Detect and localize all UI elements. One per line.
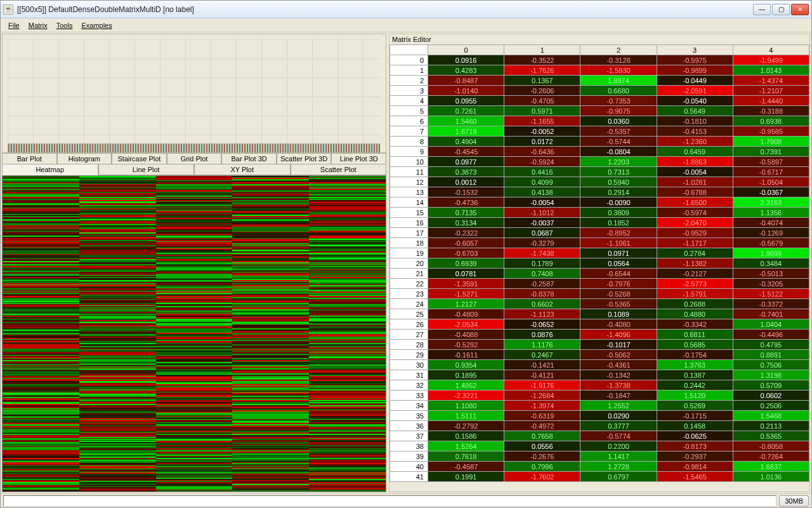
cell-22-2[interactable]: -0.7976 xyxy=(580,279,657,289)
cell-24-3[interactable]: 0.2688 xyxy=(657,299,733,309)
row-header-15[interactable]: 15 xyxy=(390,208,428,218)
cell-24-1[interactable]: 0.6602 xyxy=(504,299,580,309)
col-header-4[interactable]: 4 xyxy=(733,45,809,55)
cell-9-3[interactable]: 0.6459 xyxy=(657,147,733,157)
cell-31-1[interactable]: -0.4121 xyxy=(504,370,580,380)
row-header-36[interactable]: 36 xyxy=(390,421,428,431)
cell-28-4[interactable]: 0.4795 xyxy=(733,340,809,350)
cell-19-0[interactable]: -0.6703 xyxy=(428,248,504,258)
cell-15-4[interactable]: 1.1356 xyxy=(733,208,809,218)
cell-41-3[interactable]: -1.5465 xyxy=(657,472,733,482)
minimize-button[interactable]: — xyxy=(753,4,771,15)
cell-28-3[interactable]: 0.5685 xyxy=(657,340,733,350)
cell-12-1[interactable]: 0.4099 xyxy=(504,177,580,187)
cell-6-1[interactable]: -1.1655 xyxy=(504,116,580,126)
cell-12-0[interactable]: 0.0012 xyxy=(428,177,504,187)
cell-3-0[interactable]: -1.0140 xyxy=(428,86,504,96)
cell-13-4[interactable]: -0.0367 xyxy=(733,187,809,197)
cell-34-2[interactable]: 1.2552 xyxy=(580,401,657,411)
cell-6-2[interactable]: 0.0360 xyxy=(580,116,657,126)
cell-40-4[interactable]: 1.6837 xyxy=(733,462,809,472)
cell-38-2[interactable]: 0.2200 xyxy=(580,441,657,451)
cell-17-3[interactable]: -0.9529 xyxy=(657,228,733,238)
cell-12-4[interactable]: -1.0504 xyxy=(733,177,809,187)
cell-2-1[interactable]: 0.1367 xyxy=(504,76,580,86)
cell-16-3[interactable]: -2.0470 xyxy=(657,218,733,228)
cell-14-2[interactable]: -0.0090 xyxy=(580,197,657,208)
cell-5-0[interactable]: 0.7261 xyxy=(428,106,504,116)
cell-18-3[interactable]: -1.1717 xyxy=(657,238,733,248)
cell-0-3[interactable]: -0.5975 xyxy=(657,55,733,65)
cell-19-3[interactable]: 0.2784 xyxy=(657,248,733,258)
cell-13-1[interactable]: 0.4138 xyxy=(504,187,580,197)
cell-23-4[interactable]: -1.5122 xyxy=(733,289,809,299)
row-header-21[interactable]: 21 xyxy=(390,269,428,279)
cell-7-1[interactable]: -0.0052 xyxy=(504,126,580,137)
cell-10-0[interactable]: 0.0977 xyxy=(428,157,504,167)
cell-32-0[interactable]: 1.4862 xyxy=(428,380,504,391)
cell-30-2[interactable]: -0.4361 xyxy=(580,360,657,370)
cell-29-1[interactable]: 0.2467 xyxy=(504,350,580,360)
cell-31-3[interactable]: 0.1387 xyxy=(657,370,733,380)
cell-9-4[interactable]: 0.7391 xyxy=(733,147,809,157)
cell-20-2[interactable]: 0.0564 xyxy=(580,258,657,269)
cell-31-4[interactable]: 1.3198 xyxy=(733,370,809,380)
cell-13-2[interactable]: 0.2914 xyxy=(580,187,657,197)
cell-37-0[interactable]: 0.1586 xyxy=(428,431,504,441)
cell-34-3[interactable]: 0.5269 xyxy=(657,401,733,411)
menu-examples[interactable]: Examples xyxy=(77,20,115,30)
cell-3-4[interactable]: -1.2107 xyxy=(733,86,809,96)
cell-36-1[interactable]: -0.4972 xyxy=(504,421,580,431)
cell-4-3[interactable]: -0.0540 xyxy=(657,96,733,106)
cell-35-1[interactable]: -0.6319 xyxy=(504,411,580,421)
row-header-31[interactable]: 31 xyxy=(390,370,428,380)
row-header-2[interactable]: 2 xyxy=(390,76,428,86)
cell-4-0[interactable]: 0.0955 xyxy=(428,96,504,106)
row-header-39[interactable]: 39 xyxy=(390,451,428,462)
cell-41-2[interactable]: 0.6797 xyxy=(580,472,657,482)
row-header-22[interactable]: 22 xyxy=(390,279,428,289)
cell-32-2[interactable]: -1.3738 xyxy=(580,380,657,391)
cell-21-1[interactable]: 0.7408 xyxy=(504,269,580,279)
cell-10-1[interactable]: -0.5924 xyxy=(504,157,580,167)
cell-1-4[interactable]: 1.0143 xyxy=(733,65,809,76)
row-header-33[interactable]: 33 xyxy=(390,391,428,401)
cell-25-1[interactable]: -1.1123 xyxy=(504,309,580,319)
heatmap-viz[interactable] xyxy=(2,175,386,492)
col-header-1[interactable]: 1 xyxy=(504,45,580,55)
cell-25-2[interactable]: 0.1089 xyxy=(580,309,657,319)
tab-bar-plot[interactable]: Bar Plot xyxy=(2,153,57,164)
tab-line-plot[interactable]: Line Plot xyxy=(98,164,195,175)
cell-35-4[interactable]: 1.5468 xyxy=(733,411,809,421)
cell-29-4[interactable]: 0.8891 xyxy=(733,350,809,360)
cell-21-4[interactable]: -0.5013 xyxy=(733,269,809,279)
cell-0-2[interactable]: -0.3128 xyxy=(580,55,657,65)
cell-11-2[interactable]: 0.7313 xyxy=(580,167,657,177)
cell-21-0[interactable]: 0.0781 xyxy=(428,269,504,279)
cell-9-1[interactable]: -0.6436 xyxy=(504,147,580,157)
col-header-0[interactable]: 0 xyxy=(428,45,504,55)
cell-28-0[interactable]: -0.5292 xyxy=(428,340,504,350)
cell-27-2[interactable]: -1.4096 xyxy=(580,330,657,340)
cell-12-2[interactable]: 0.5940 xyxy=(580,177,657,187)
cell-13-3[interactable]: -0.6788 xyxy=(657,187,733,197)
row-header-12[interactable]: 12 xyxy=(390,177,428,187)
cell-26-0[interactable]: -2.0534 xyxy=(428,319,504,330)
cell-14-1[interactable]: -0.0054 xyxy=(504,197,580,208)
row-header-30[interactable]: 30 xyxy=(390,360,428,370)
cell-34-0[interactable]: 1.1080 xyxy=(428,401,504,411)
row-header-28[interactable]: 28 xyxy=(390,340,428,350)
row-header-37[interactable]: 37 xyxy=(390,431,428,441)
cell-2-0[interactable]: -0.8487 xyxy=(428,76,504,86)
cell-7-4[interactable]: -0.9585 xyxy=(733,126,809,137)
cell-6-0[interactable]: 1.5460 xyxy=(428,116,504,126)
cell-41-1[interactable]: -1.7602 xyxy=(504,472,580,482)
cell-19-1[interactable]: -1.7438 xyxy=(504,248,580,258)
cell-4-4[interactable]: -1.4440 xyxy=(733,96,809,106)
cell-23-2[interactable]: -0.5268 xyxy=(580,289,657,299)
cell-13-0[interactable]: -0.1532 xyxy=(428,187,504,197)
cell-29-3[interactable]: -0.1754 xyxy=(657,350,733,360)
cell-10-3[interactable]: -1.8863 xyxy=(657,157,733,167)
row-header-24[interactable]: 24 xyxy=(390,299,428,309)
cell-0-1[interactable]: -0.3522 xyxy=(504,55,580,65)
